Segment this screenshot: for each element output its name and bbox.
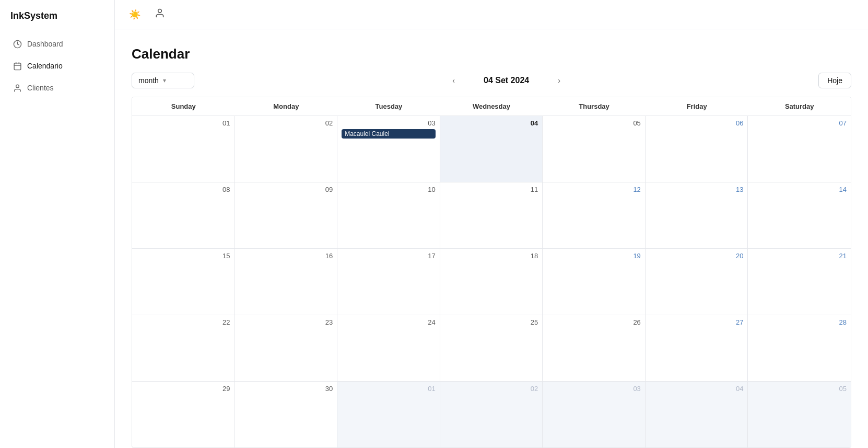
cal-week-1: 08091011121314 <box>132 182 851 249</box>
calendar-day-number: 21 <box>752 252 847 260</box>
calendar-day-number: 08 <box>136 186 230 193</box>
cal-cell-w1-d6[interactable]: 14 <box>748 182 851 248</box>
cal-cell-w2-d0[interactable]: 15 <box>132 249 235 315</box>
calendar-date-label: 04 Set 2024 <box>467 76 546 85</box>
cal-cell-w3-d2[interactable]: 24 <box>337 315 440 381</box>
sidebar-item-calendario[interactable]: Calendario <box>6 56 108 76</box>
sidebar-nav: Dashboard Calendario Clientes <box>0 34 114 98</box>
main-content: ☀️ Calendar month ▾ ‹ 04 Set 2024 › Hoje <box>115 0 868 448</box>
cal-cell-w0-d2[interactable]: 03Macaulei Caulei <box>337 116 440 182</box>
theme-icon: ☀️ <box>129 9 140 20</box>
theme-toggle-button[interactable]: ☀️ <box>125 5 144 24</box>
sidebar-item-clientes[interactable]: Clientes <box>6 78 108 98</box>
sidebar: InkSystem Dashboard Calendario <box>0 0 115 448</box>
calendar-day-number: 01 <box>136 119 230 127</box>
calendar-day-number: 16 <box>239 252 333 260</box>
cal-week-2: 15161718192021 <box>132 249 851 315</box>
calendar-day-number: 03 <box>342 119 436 127</box>
calendar-day-number: 19 <box>547 252 641 260</box>
cal-cell-w2-d2[interactable]: 17 <box>337 249 440 315</box>
calendar-day-number: 12 <box>547 186 641 193</box>
cal-cell-w4-d6[interactable]: 05 <box>748 382 851 447</box>
sidebar-label-dashboard: Dashboard <box>27 40 63 48</box>
header-saturday: Saturday <box>748 97 851 116</box>
calendar-day-number: 04 <box>444 119 538 127</box>
calendar-day-number: 15 <box>136 252 230 260</box>
cal-cell-w4-d1[interactable]: 30 <box>235 382 338 447</box>
cal-cell-w0-d6[interactable]: 07 <box>748 116 851 182</box>
user-icon <box>155 8 165 21</box>
cal-cell-w0-d5[interactable]: 06 <box>646 116 748 182</box>
header-friday: Friday <box>646 97 748 116</box>
header-sunday: Sunday <box>132 97 235 116</box>
calendar-day-number: 11 <box>444 186 538 193</box>
svg-point-6 <box>158 9 162 13</box>
cal-cell-w0-d4[interactable]: 05 <box>543 116 646 182</box>
calendar-day-number: 05 <box>547 119 641 127</box>
cal-cell-w1-d1[interactable]: 09 <box>235 182 338 248</box>
cal-cell-w3-d1[interactable]: 23 <box>235 315 338 381</box>
calendar-day-number: 01 <box>342 385 436 393</box>
calendar-day-number: 18 <box>444 252 538 260</box>
calendar-day-number: 03 <box>547 385 641 393</box>
cal-cell-w2-d1[interactable]: 16 <box>235 249 338 315</box>
sidebar-label-clientes: Clientes <box>27 84 54 92</box>
calendar-day-number: 25 <box>444 318 538 326</box>
calendar-day-number: 27 <box>650 318 744 326</box>
cal-cell-w0-d3[interactable]: 04 <box>440 116 543 182</box>
cal-cell-w4-d2[interactable]: 01 <box>337 382 440 447</box>
view-label: month <box>138 76 159 85</box>
next-button[interactable]: › <box>552 73 567 88</box>
users-icon <box>13 83 22 93</box>
cal-cell-w4-d3[interactable]: 02 <box>440 382 543 447</box>
cal-week-4: 29300102030405 <box>132 382 851 447</box>
header-monday: Monday <box>235 97 338 116</box>
cal-cell-w1-d5[interactable]: 13 <box>646 182 748 248</box>
cal-cell-w2-d4[interactable]: 19 <box>543 249 646 315</box>
calendar-day-number: 07 <box>752 119 847 127</box>
calendar-day-number: 22 <box>136 318 230 326</box>
sidebar-item-dashboard[interactable]: Dashboard <box>6 34 108 54</box>
cal-cell-w3-d3[interactable]: 25 <box>440 315 543 381</box>
cal-cell-w3-d5[interactable]: 27 <box>646 315 748 381</box>
cal-cell-w1-d4[interactable]: 12 <box>543 182 646 248</box>
calendar-day-number: 26 <box>547 318 641 326</box>
cal-cell-w3-d4[interactable]: 26 <box>543 315 646 381</box>
calendar-day-number: 09 <box>239 186 333 193</box>
cal-cell-w1-d0[interactable]: 08 <box>132 182 235 248</box>
calendar-body: 010203Macaulei Caulei0405060708091011121… <box>132 116 851 447</box>
cal-cell-w0-d1[interactable]: 02 <box>235 116 338 182</box>
calendar-nav: ‹ 04 Set 2024 › <box>447 73 567 88</box>
cal-cell-w1-d3[interactable]: 11 <box>440 182 543 248</box>
cal-cell-w3-d0[interactable]: 22 <box>132 315 235 381</box>
cal-cell-w2-d3[interactable]: 18 <box>440 249 543 315</box>
user-button[interactable] <box>150 5 169 24</box>
cal-cell-w4-d0[interactable]: 29 <box>132 382 235 447</box>
chevron-down-icon: ▾ <box>163 77 166 84</box>
calendar-toolbar: month ▾ ‹ 04 Set 2024 › Hoje <box>132 73 851 88</box>
cal-cell-w4-d4[interactable]: 03 <box>543 382 646 447</box>
calendar-day-number: 06 <box>650 119 744 127</box>
topbar: ☀️ <box>115 0 868 29</box>
cal-cell-w2-d6[interactable]: 21 <box>748 249 851 315</box>
calendar-event[interactable]: Macaulei Caulei <box>342 129 436 139</box>
calendar-day-number: 24 <box>342 318 436 326</box>
svg-point-5 <box>16 85 19 88</box>
calendar-day-number: 14 <box>752 186 847 193</box>
cal-cell-w1-d2[interactable]: 10 <box>337 182 440 248</box>
header-wednesday: Wednesday <box>440 97 543 116</box>
cal-cell-w0-d0[interactable]: 01 <box>132 116 235 182</box>
prev-button[interactable]: ‹ <box>447 73 461 88</box>
content-area: Calendar month ▾ ‹ 04 Set 2024 › Hoje Su… <box>115 29 868 448</box>
cal-cell-w4-d5[interactable]: 04 <box>646 382 748 447</box>
calendar-day-number: 05 <box>752 385 847 393</box>
cal-cell-w2-d5[interactable]: 20 <box>646 249 748 315</box>
today-button[interactable]: Hoje <box>818 73 851 88</box>
calendar-grid: Sunday Monday Tuesday Wednesday Thursday… <box>132 97 851 448</box>
calendar-header: Sunday Monday Tuesday Wednesday Thursday… <box>132 97 851 116</box>
calendar-day-number: 02 <box>444 385 538 393</box>
calendar-day-number: 13 <box>650 186 744 193</box>
view-select[interactable]: month ▾ <box>132 73 194 88</box>
calendar-day-number: 29 <box>136 385 230 393</box>
cal-cell-w3-d6[interactable]: 28 <box>748 315 851 381</box>
